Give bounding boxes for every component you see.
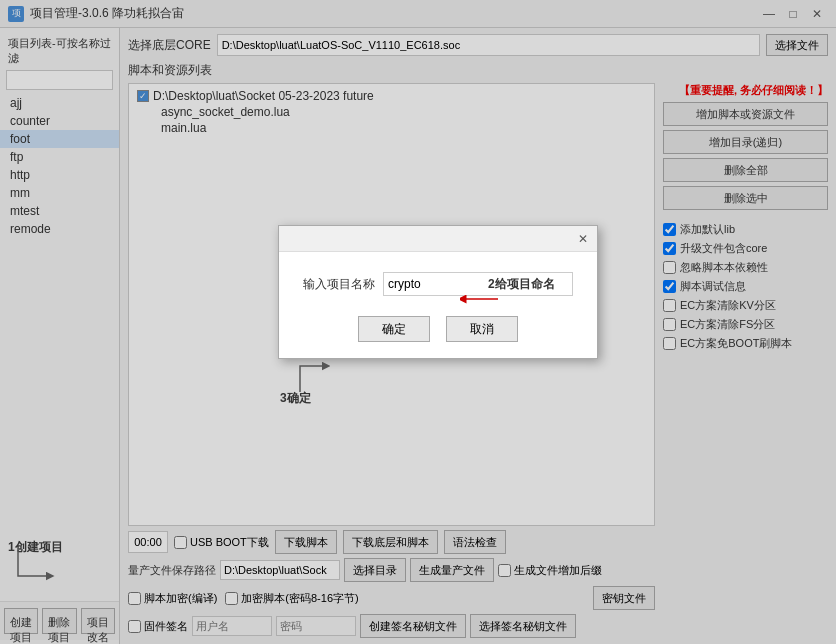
modal-close-button[interactable]: ✕ <box>573 229 593 249</box>
modal-btn-row: 确定 取消 <box>303 316 573 342</box>
modal-body: 输入项目名称 确定 取消 <box>279 252 597 358</box>
modal-dialog: ✕ 输入项目名称 确定 取消 <box>278 225 598 359</box>
modal-field-label: 输入项目名称 <box>303 276 375 293</box>
modal-cancel-button[interactable]: 取消 <box>446 316 518 342</box>
modal-field-row: 输入项目名称 <box>303 272 573 296</box>
modal-project-name-input[interactable] <box>383 272 573 296</box>
modal-overlay: ✕ 输入项目名称 确定 取消 <box>0 0 836 644</box>
modal-confirm-button[interactable]: 确定 <box>358 316 430 342</box>
modal-titlebar: ✕ <box>279 226 597 252</box>
